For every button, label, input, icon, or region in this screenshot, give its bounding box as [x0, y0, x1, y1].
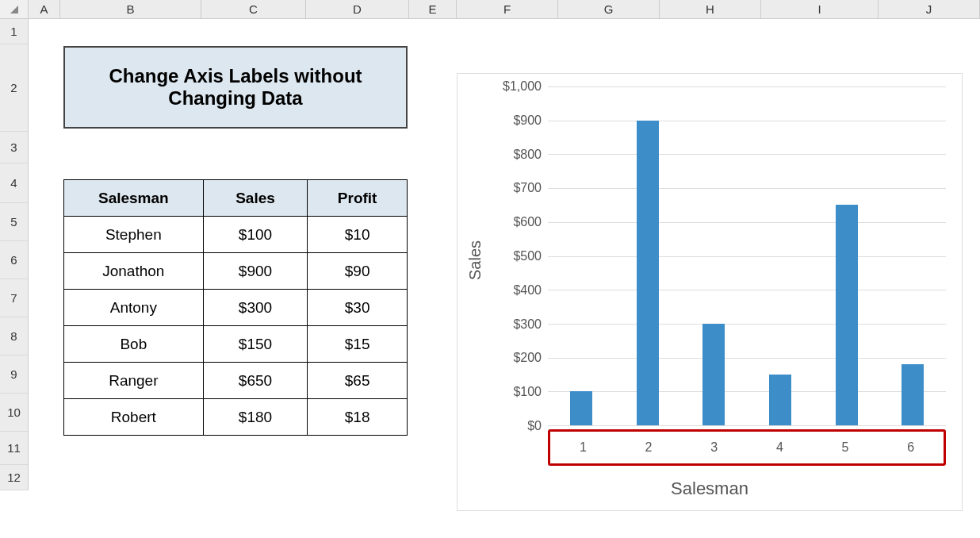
plot-area[interactable]	[548, 86, 946, 426]
col-header-H[interactable]: H	[660, 0, 761, 18]
table-row: Jonathon $900 $90	[64, 253, 408, 290]
row-header-9[interactable]: 9	[0, 355, 29, 394]
row-header-12[interactable]: 12	[0, 465, 29, 490]
cell-salesman[interactable]: Robert	[64, 399, 204, 436]
cell-salesman[interactable]: Antony	[64, 290, 204, 326]
gridline	[548, 324, 946, 325]
x-label: 3	[681, 432, 747, 463]
cell-salesman[interactable]: Bob	[64, 326, 204, 363]
gridline	[548, 222, 946, 223]
bar[interactable]	[836, 205, 858, 425]
x-label: 2	[616, 432, 682, 463]
data-table: Salesman Sales Profit Stephen $100 $10 J…	[63, 179, 408, 436]
table-row: Robert $180 $18	[64, 399, 408, 436]
row-header-1[interactable]: 1	[0, 19, 29, 44]
cell-profit[interactable]: $65	[308, 363, 408, 399]
col-header-B[interactable]: B	[60, 0, 201, 18]
cell-salesman[interactable]: Jonathon	[64, 253, 204, 290]
bar[interactable]	[902, 364, 924, 425]
gridline	[548, 256, 946, 257]
y-axis-ticks: $1,000 $900 $800 $700 $600 $500 $400 $30…	[489, 86, 545, 426]
chart-object[interactable]: Sales $1,000 $900 $800 $700 $600 $500 $4…	[457, 73, 963, 511]
gridline	[548, 154, 946, 155]
x-axis-labels-highlighted[interactable]: 1 2 3 4 5 6	[548, 429, 946, 466]
cell-sales[interactable]: $300	[203, 290, 308, 326]
y-tick: $700	[513, 181, 542, 195]
row-header-6[interactable]: 6	[0, 241, 29, 279]
x-label: 5	[813, 432, 879, 463]
title-cell[interactable]: Change Axis Labels without Changing Data	[63, 46, 408, 129]
cell-profit[interactable]: $15	[308, 326, 408, 363]
col-header-I[interactable]: I	[761, 0, 879, 18]
cell-sales[interactable]: $100	[203, 217, 308, 253]
y-tick: $400	[513, 283, 542, 298]
col-header-E[interactable]: E	[409, 0, 457, 18]
header-salesman[interactable]: Salesman	[64, 180, 204, 217]
col-header-D[interactable]: D	[306, 0, 409, 18]
bar[interactable]	[702, 324, 725, 425]
bar[interactable]	[769, 375, 791, 425]
cell-sales[interactable]: $150	[203, 326, 308, 363]
row-header-3[interactable]: 3	[0, 132, 29, 163]
x-axis-title[interactable]: Salesman	[457, 478, 962, 499]
col-header-C[interactable]: C	[201, 0, 306, 18]
y-tick: $300	[513, 317, 542, 332]
gridline	[548, 290, 946, 290]
table-row: Antony $300 $30	[64, 290, 408, 326]
table-row: Stephen $100 $10	[64, 217, 408, 253]
col-header-F[interactable]: F	[457, 0, 558, 18]
cell-profit[interactable]: $30	[308, 290, 408, 326]
table-row: Bob $150 $15	[64, 326, 408, 363]
header-profit[interactable]: Profit	[308, 180, 408, 217]
row-header-11[interactable]: 11	[0, 432, 29, 465]
x-label: 4	[747, 432, 813, 463]
cell-profit[interactable]: $10	[308, 217, 408, 253]
x-label: 1	[550, 432, 616, 463]
row-headers: 1 2 3 4 5 6 7 8 9 10 11 12	[0, 19, 29, 490]
cell-sales[interactable]: $180	[203, 399, 308, 436]
y-tick: $800	[513, 148, 542, 162]
gridline	[548, 425, 946, 426]
y-tick: $900	[513, 113, 542, 128]
y-tick: $1,000	[503, 79, 542, 94]
row-header-8[interactable]: 8	[0, 317, 29, 355]
cell-profit[interactable]: $18	[308, 399, 408, 436]
select-all-corner[interactable]	[0, 0, 29, 18]
y-tick: $200	[513, 351, 542, 365]
gridline	[548, 358, 946, 359]
gridline	[548, 121, 946, 121]
col-header-J[interactable]: J	[879, 0, 980, 18]
cell-salesman[interactable]: Ranger	[64, 363, 204, 399]
row-header-4[interactable]: 4	[0, 163, 29, 203]
table-header-row: Salesman Sales Profit	[64, 180, 408, 217]
column-headers: A B C D E F G H I J	[0, 0, 980, 19]
row-header-5[interactable]: 5	[0, 203, 29, 241]
bar[interactable]	[637, 121, 659, 425]
row-header-2[interactable]: 2	[0, 44, 29, 132]
y-tick: $100	[513, 385, 542, 399]
col-header-A[interactable]: A	[29, 0, 60, 18]
cell-sales[interactable]: $900	[203, 253, 308, 290]
cell-profit[interactable]: $90	[308, 253, 408, 290]
cell-sales[interactable]: $650	[203, 363, 308, 399]
cells-area[interactable]: Change Axis Labels without Changing Data…	[29, 19, 980, 538]
spreadsheet: A B C D E F G H I J 1 2 3 4 5 6 7 8 9 10…	[0, 0, 980, 538]
cell-salesman[interactable]: Stephen	[64, 217, 204, 253]
bar[interactable]	[570, 391, 592, 425]
x-label: 6	[878, 432, 944, 463]
y-tick: $0	[527, 419, 542, 433]
gridline	[548, 86, 946, 87]
row-header-10[interactable]: 10	[0, 394, 29, 432]
gridline	[548, 188, 946, 189]
y-tick: $500	[513, 249, 542, 263]
row-header-7[interactable]: 7	[0, 279, 29, 317]
gridline	[548, 391, 946, 392]
y-axis-title[interactable]: Sales	[464, 74, 486, 447]
table-row: Ranger $650 $65	[64, 363, 408, 399]
col-header-G[interactable]: G	[558, 0, 660, 18]
y-tick: $600	[513, 215, 542, 229]
header-sales[interactable]: Sales	[203, 180, 308, 217]
